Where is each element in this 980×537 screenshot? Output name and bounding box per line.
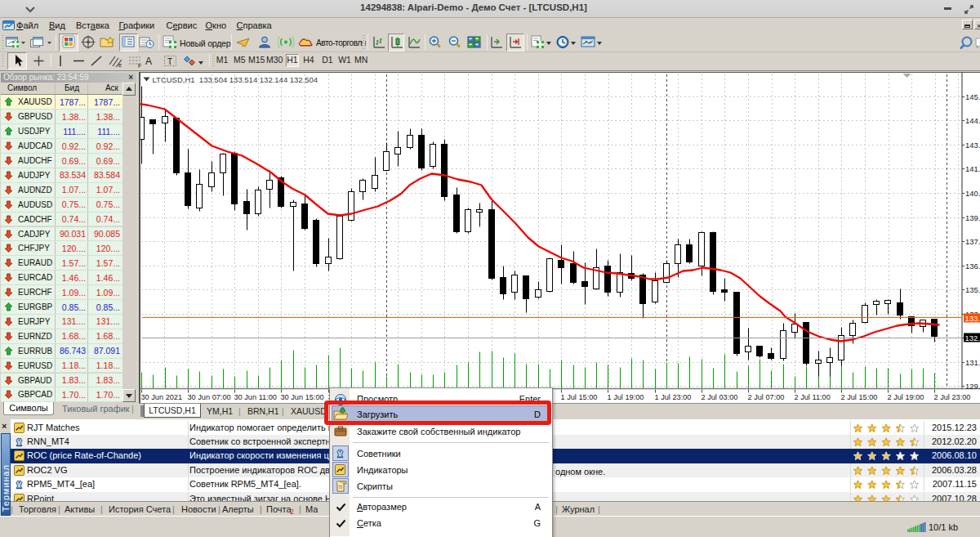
svg-text:143.1: 143.1 [965, 141, 980, 150]
svg-text:131.0: 131.0 [965, 358, 980, 367]
svg-text:LTCUSD,H1 133.504 133.514 132: LTCUSD,H1 133.504 133.514 132.144 132.50… [153, 75, 318, 84]
svg-text:139.1: 139.1 [965, 213, 980, 222]
svg-text:Терминал: Терминал [1, 464, 11, 512]
svg-text:145.8: 145.8 [965, 92, 980, 101]
svg-text:30 Jun 11:00: 30 Jun 11:00 [234, 393, 277, 401]
svg-text:140.4: 140.4 [965, 189, 980, 198]
svg-text:137.8: 137.8 [965, 237, 980, 246]
svg-text:2 Jul 07:00: 2 Jul 07:00 [748, 393, 785, 401]
svg-text:1 Jul 23:00: 1 Jul 23:00 [655, 393, 692, 401]
svg-text:2 Jul 03:00: 2 Jul 03:00 [702, 393, 738, 401]
svg-text:2 Jul 11:00: 2 Jul 11:00 [795, 393, 831, 401]
svg-text:129.7: 129.7 [965, 382, 980, 391]
svg-text:136.4: 136.4 [965, 262, 980, 271]
svg-text:2 Jul 23:00: 2 Jul 23:00 [934, 393, 971, 401]
svg-text:1 Jul 19:00: 1 Jul 19:00 [608, 393, 644, 401]
svg-text:30 Jun 2021: 30 Jun 2021 [141, 393, 183, 401]
svg-text:1 Jul 15:00: 1 Jul 15:00 [561, 393, 598, 401]
svg-text:e: e [118, 62, 122, 68]
svg-text:141.8: 141.8 [965, 164, 980, 173]
svg-text:T: T [167, 57, 172, 66]
svg-text:30 Jun 07:00: 30 Jun 07:00 [188, 393, 231, 401]
svg-text:30 Jun 15:00: 30 Jun 15:00 [281, 393, 324, 401]
svg-text:144.5: 144.5 [965, 116, 980, 125]
svg-text:2 Jul 15:00: 2 Jul 15:00 [841, 393, 878, 401]
svg-text:132.5: 132.5 [965, 333, 980, 342]
svg-text:F: F [138, 63, 141, 69]
svg-text:135.0: 135.0 [965, 285, 980, 294]
svg-text:2 Jul 19:00: 2 Jul 19:00 [888, 393, 924, 401]
svg-text:133.5: 133.5 [965, 314, 980, 323]
